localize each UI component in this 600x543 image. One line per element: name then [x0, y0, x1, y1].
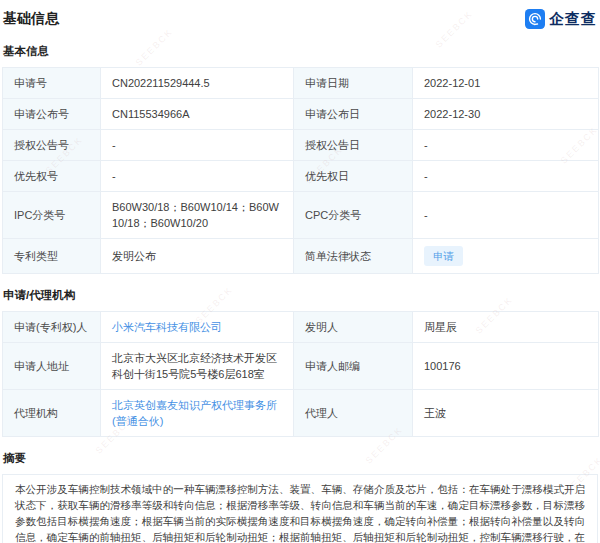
page-header: 基础信息 企查查: [2, 8, 598, 30]
table-row: 优先权号 - 优先权日 -: [3, 161, 599, 192]
agency-link[interactable]: 北京英创嘉友知识产权代理事务所(普通合伙): [112, 399, 277, 427]
section-basic-info: 基本信息: [3, 44, 597, 59]
ipc-class-label: IPC分类号: [3, 192, 101, 239]
applicant-address-value: 北京市大兴区北京经济技术开发区科创十街15号院5号楼6层618室: [101, 343, 294, 390]
priority-date-value: -: [413, 161, 599, 192]
inventor-label: 发明人: [294, 312, 413, 343]
agency-value: 北京英创嘉友知识产权代理事务所(普通合伙): [101, 390, 294, 437]
publication-number-label: 申请公布号: [3, 99, 101, 130]
page-title: 基础信息: [3, 10, 59, 28]
cpc-class-value: -: [413, 192, 599, 239]
table-row: 专利类型 发明公布 简单法律状态 申请: [3, 239, 599, 274]
agency-label: 代理机构: [3, 390, 101, 437]
agent-value: 王波: [413, 390, 599, 437]
qichacha-logo-icon: [525, 9, 545, 29]
postal-code-label: 申请人邮编: [294, 343, 413, 390]
application-number-label: 申请号: [3, 68, 101, 99]
table-row: 申请人地址 北京市大兴区北京经济技术开发区科创十街15号院5号楼6层618室 申…: [3, 343, 599, 390]
table-row: 申请(专利权)人 小米汽车科技有限公司 发明人 周星辰: [3, 312, 599, 343]
patent-type-value: 发明公布: [101, 239, 294, 274]
table-row: 申请号 CN202211529444.5 申请日期 2022-12-01: [3, 68, 599, 99]
publication-date-value: 2022-12-30: [413, 99, 599, 130]
priority-number-label: 优先权号: [3, 161, 101, 192]
table-row: 授权公告号 - 授权公告日 -: [3, 130, 599, 161]
priority-date-label: 优先权日: [294, 161, 413, 192]
legal-status-value: 申请: [413, 239, 599, 274]
patent-type-label: 专利类型: [3, 239, 101, 274]
applicant-value: 小米汽车科技有限公司: [101, 312, 294, 343]
section-applicant-agency: 申请/代理机构: [3, 288, 597, 303]
applicant-label: 申请(专利权)人: [3, 312, 101, 343]
inventor-value: 周星辰: [413, 312, 599, 343]
patent-info-page: 基础信息 企查查 基本信息 申请号 CN202211529444.5: [0, 0, 600, 543]
legal-status-label: 简单法律状态: [294, 239, 413, 274]
postal-code-value: 100176: [413, 343, 599, 390]
table-row: 代理机构 北京英创嘉友知识产权代理事务所(普通合伙) 代理人 王波: [3, 390, 599, 437]
qichacha-logo[interactable]: 企查查: [525, 9, 597, 29]
grant-date-value: -: [413, 130, 599, 161]
publication-number-value: CN115534966A: [101, 99, 294, 130]
status-badge: 申请: [424, 246, 463, 266]
applicant-agency-table: 申请(专利权)人 小米汽车科技有限公司 发明人 周星辰 申请人地址 北京市大兴区…: [2, 311, 599, 437]
grant-number-label: 授权公告号: [3, 130, 101, 161]
table-row: 申请公布号 CN115534966A 申请公布日 2022-12-30: [3, 99, 599, 130]
abstract-text: 本公开涉及车辆控制技术领域中的一种车辆漂移控制方法、装置、车辆、存储介质及芯片，…: [2, 474, 598, 543]
basic-info-table: 申请号 CN202211529444.5 申请日期 2022-12-01 申请公…: [2, 67, 599, 274]
priority-number-value: -: [101, 161, 294, 192]
cpc-class-label: CPC分类号: [294, 192, 413, 239]
publication-date-label: 申请公布日: [294, 99, 413, 130]
table-row: IPC分类号 B60W30/18；B60W10/14；B60W10/18；B60…: [3, 192, 599, 239]
grant-date-label: 授权公告日: [294, 130, 413, 161]
applicant-link[interactable]: 小米汽车科技有限公司: [112, 321, 222, 333]
ipc-class-value: B60W30/18；B60W10/14；B60W10/18；B60W10/20: [101, 192, 294, 239]
grant-number-value: -: [101, 130, 294, 161]
agent-label: 代理人: [294, 390, 413, 437]
application-date-value: 2022-12-01: [413, 68, 599, 99]
applicant-address-label: 申请人地址: [3, 343, 101, 390]
brand-name: 企查查: [549, 10, 597, 29]
section-abstract: 摘要: [3, 451, 597, 466]
application-number-value: CN202211529444.5: [101, 68, 294, 99]
application-date-label: 申请日期: [294, 68, 413, 99]
